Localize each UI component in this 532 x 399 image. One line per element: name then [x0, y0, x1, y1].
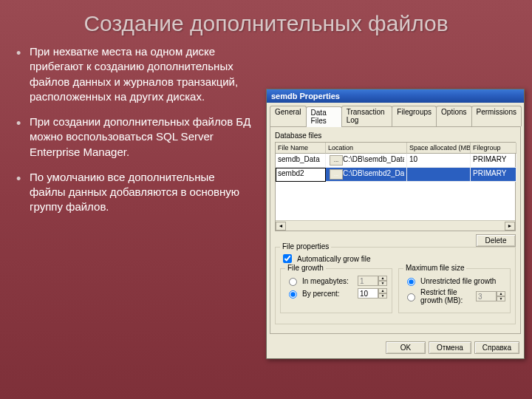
properties-dialog: semdb Properties General Data Files Tran… — [266, 89, 525, 359]
max-size-legend: Maximum file size — [403, 264, 466, 272]
spin-up-icon[interactable]: ▲ — [378, 288, 387, 293]
auto-grow-label: Automatically grow file — [297, 255, 370, 263]
col-space[interactable]: Space allocated (MB) — [407, 143, 471, 154]
tab-data-files[interactable]: Data Files — [306, 106, 342, 127]
file-properties-group: File properties Automatically grow file … — [275, 247, 516, 324]
cell-filename-editing[interactable]: sembd2 — [276, 168, 326, 182]
bullet-item: При нехватке места на одном диске прибег… — [30, 44, 251, 104]
delete-button[interactable]: Delete — [476, 234, 516, 247]
file-growth-legend: File growth — [285, 264, 326, 272]
cell-filename[interactable]: semdb_Data — [276, 154, 326, 168]
cell-location[interactable]: ...C:\DB\sembd2_Data.NDF — [326, 168, 407, 182]
scroll-left-icon[interactable]: ◄ — [276, 222, 286, 231]
tab-panel: Database files File Name Location Space … — [270, 126, 521, 334]
unrestricted-radio[interactable] — [407, 278, 415, 286]
col-filegroup[interactable]: Filegroup — [471, 143, 516, 154]
cell-space[interactable] — [407, 168, 471, 182]
restrict-spinner[interactable]: ▲▼ — [476, 291, 505, 301]
spin-down-icon[interactable]: ▼ — [497, 296, 505, 301]
spin-up-icon[interactable]: ▲ — [378, 276, 387, 281]
table-row[interactable]: sembd2 ...C:\DB\sembd2_Data.NDF PRIMARY — [276, 168, 515, 182]
bullet-item: По умолчанию все дополнительные файлы да… — [30, 170, 251, 215]
growth-percent-label: By percent: — [302, 290, 340, 298]
bullet-list: При нехватке места на одном диске прибег… — [15, 44, 251, 225]
files-grid[interactable]: File Name Location Space allocated (MB) … — [275, 142, 516, 231]
database-files-label: Database files — [275, 132, 516, 140]
cell-space[interactable]: 10 — [407, 154, 471, 168]
tabs-row: General Data Files Transaction Log Fileg… — [267, 103, 524, 126]
cell-filegroup[interactable]: PRIMARY — [471, 168, 516, 182]
cell-filegroup[interactable]: PRIMARY — [471, 154, 516, 168]
max-size-group: Maximum file size Unrestricted file grow… — [398, 268, 511, 313]
col-filename[interactable]: File Name — [276, 143, 326, 154]
unrestricted-label: Unrestricted file growth — [420, 277, 496, 285]
tab-filegroups[interactable]: Filegroups — [392, 106, 437, 126]
file-growth-group: File growth In megabytes: ▲▼ By percent:… — [280, 268, 392, 313]
browse-icon[interactable]: ... — [330, 155, 343, 166]
table-row[interactable]: semdb_Data ...C:\DB\semdb_Data.M... 10 P… — [276, 154, 515, 168]
horizontal-scrollbar[interactable]: ◄ ► — [276, 220, 515, 231]
cancel-button[interactable]: Отмена — [429, 341, 471, 354]
tab-options[interactable]: Options — [436, 106, 471, 126]
bullet-item: При создании дополнительных файлов БД мо… — [30, 115, 251, 160]
slide-title: Создание дополнительных файлов — [0, 0, 532, 44]
growth-mb-radio[interactable] — [289, 278, 297, 286]
spin-down-icon[interactable]: ▼ — [378, 281, 387, 286]
ok-button[interactable]: OK — [386, 341, 426, 354]
dialog-title: semdb Properties — [271, 92, 340, 100]
spin-down-icon[interactable]: ▼ — [378, 293, 387, 299]
auto-grow-checkbox[interactable] — [283, 254, 292, 263]
file-properties-label: File properties — [280, 242, 331, 250]
tab-transaction-log[interactable]: Transaction Log — [341, 106, 393, 126]
col-location[interactable]: Location — [326, 143, 407, 154]
growth-percent-spinner[interactable]: ▲▼ — [358, 288, 387, 299]
scroll-right-icon[interactable]: ► — [505, 222, 515, 231]
help-button[interactable]: Справка — [474, 341, 519, 354]
tab-general[interactable]: General — [270, 106, 307, 126]
restrict-radio[interactable] — [407, 293, 415, 301]
growth-mb-label: In megabytes: — [302, 277, 349, 285]
spin-up-icon[interactable]: ▲ — [497, 291, 505, 296]
tab-permissions[interactable]: Permissions — [471, 106, 522, 126]
dialog-titlebar[interactable]: semdb Properties — [267, 89, 524, 103]
cell-location[interactable]: ...C:\DB\semdb_Data.M... — [326, 154, 407, 168]
growth-percent-radio[interactable] — [289, 290, 297, 299]
dialog-button-row: OK Отмена Справка — [267, 337, 524, 358]
restrict-label: Restrict file growth (MB): — [420, 288, 476, 304]
growth-mb-spinner[interactable]: ▲▼ — [358, 276, 387, 286]
browse-icon[interactable]: ... — [330, 169, 343, 180]
